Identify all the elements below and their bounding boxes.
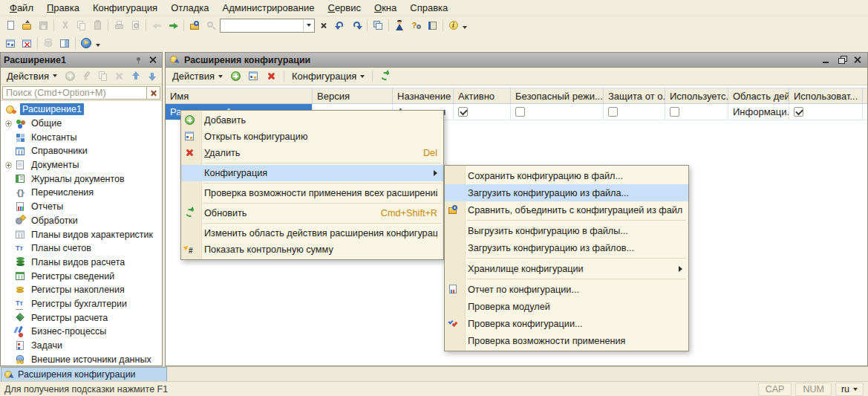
actions-dropdown[interactable]: Действия <box>169 69 226 83</box>
tree-item[interactable]: Общие <box>1 117 162 131</box>
clear-tree-search-button[interactable] <box>147 86 160 100</box>
start-debugging-button[interactable] <box>78 36 94 51</box>
print-preview-button[interactable] <box>127 18 143 33</box>
tree-item[interactable]: Журналы документов <box>1 172 162 186</box>
split-window-button[interactable] <box>56 36 73 51</box>
menubar-item[interactable]: Конфигурация <box>86 1 164 15</box>
tree-search-input[interactable] <box>2 86 147 100</box>
print-button[interactable] <box>111 18 127 33</box>
tree-item[interactable]: Планы счетов <box>1 241 162 256</box>
find-button[interactable] <box>203 18 219 33</box>
tree-item[interactable]: Расширение1 <box>1 103 162 117</box>
help-contents-button[interactable] <box>424 18 440 33</box>
menubar-item[interactable]: Сервис <box>322 1 368 15</box>
table-cell[interactable] <box>665 104 728 120</box>
menubar-item[interactable]: Правка <box>40 1 86 15</box>
syntax-assistant-button[interactable] <box>391 18 408 33</box>
menubar-item[interactable]: Файл <box>3 1 40 15</box>
menu-item[interactable]: Выгрузить конфигурацию в файлы... <box>445 222 688 239</box>
table-column-header[interactable]: Используетс... <box>665 88 728 103</box>
menubar-item[interactable]: Администрирование <box>216 1 322 15</box>
move-up-button[interactable] <box>128 68 144 84</box>
table-cell[interactable] <box>789 104 863 120</box>
delete-button[interactable] <box>111 68 128 84</box>
tree-item[interactable]: Задачи <box>1 339 162 353</box>
search-dropdown-button[interactable] <box>303 19 314 32</box>
delete-extension-button[interactable] <box>264 68 280 84</box>
menu-item[interactable]: Открыть конфигурацию <box>181 129 443 145</box>
go-forward-button[interactable] <box>348 18 365 33</box>
menu-item[interactable]: Отчет по конфигурации... <box>445 281 688 298</box>
undo-button[interactable] <box>149 18 165 33</box>
menu-item[interactable]: Проверка возможности применения <box>445 332 688 349</box>
menubar-item[interactable]: Отладка <box>164 1 215 15</box>
restore-button[interactable] <box>836 54 848 65</box>
menu-item[interactable]: Проверка модулей <box>445 298 688 315</box>
table-column-header[interactable]: Назначение <box>393 88 454 103</box>
cell-checkbox[interactable] <box>794 107 803 117</box>
tree-item[interactable]: Бизнес-процессы <box>1 325 162 339</box>
cell-checkbox[interactable] <box>608 107 618 117</box>
tree-item[interactable]: Внешние источники данных <box>1 352 162 366</box>
add-extension-button[interactable] <box>228 68 244 84</box>
table-column-header[interactable]: Безопасный режи... <box>511 88 604 103</box>
move-down-button[interactable] <box>144 68 160 84</box>
menu-item[interactable]: Проверка конфигурации... <box>445 315 688 332</box>
menubar-item[interactable]: Окна <box>368 1 403 15</box>
paste-button[interactable] <box>89 18 105 33</box>
tree-item[interactable]: Регистры накопления <box>1 283 162 297</box>
database-button[interactable] <box>40 36 56 51</box>
menu-item[interactable]: Удалить Del <box>181 145 443 161</box>
windows-button[interactable] <box>370 18 386 33</box>
tree-item[interactable]: Константы <box>1 130 162 144</box>
menu-item[interactable]: Показать контрольную сумму <box>181 241 443 258</box>
tree-item[interactable]: Перечисления <box>1 186 162 200</box>
table-column-header[interactable]: Область дей... <box>728 88 789 103</box>
tree-item[interactable]: Регистры сведений <box>1 269 162 283</box>
minimize-button[interactable] <box>820 54 832 65</box>
configuration-dropdown[interactable]: Конфигурация <box>288 69 368 83</box>
toolbar-search-input[interactable] <box>221 20 303 31</box>
about-dropdown-caret[interactable] <box>463 26 467 29</box>
table-column-header[interactable]: Имя <box>166 88 313 103</box>
tree-item[interactable]: Планы видов расчета <box>1 256 162 270</box>
expand-icon[interactable] <box>5 162 12 169</box>
redo-button[interactable] <box>165 18 181 33</box>
window-close-button[interactable] <box>852 54 864 65</box>
language-selector[interactable]: ru <box>835 383 864 396</box>
tree-item[interactable]: Отчеты <box>1 200 162 214</box>
menu-item[interactable]: Проверка возможности применения всех рас… <box>181 185 443 201</box>
clone-button[interactable] <box>95 68 111 84</box>
open-configuration-button[interactable] <box>246 68 262 84</box>
menu-item[interactable]: Изменить область действия расширения кон… <box>181 225 443 241</box>
table-cell[interactable] <box>454 104 511 120</box>
menu-item[interactable]: Добавить <box>181 112 443 129</box>
tree-item[interactable]: Справочники <box>1 144 162 158</box>
menu-item[interactable]: Сохранить конфигурацию в файл... <box>445 167 688 184</box>
tree-item[interactable]: Планы видов характеристик <box>1 227 162 241</box>
tree-item[interactable]: Обработки <box>1 214 162 228</box>
pin-button[interactable] <box>132 54 144 65</box>
table-column-header[interactable]: Защита от о... <box>604 88 665 103</box>
tree-item[interactable]: Регистры расчета <box>1 311 162 325</box>
new-document-button[interactable] <box>2 18 19 33</box>
table-column-header[interactable]: Версия <box>313 88 393 103</box>
cell-checkbox[interactable] <box>670 107 679 117</box>
help-search-button[interactable] <box>408 18 424 33</box>
tab-extensions[interactable]: Расширения конфигурации <box>1 367 167 381</box>
menu-item[interactable]: Конфигурация <box>181 165 443 181</box>
close-configuration-button[interactable] <box>19 36 35 51</box>
menu-item[interactable]: Загрузить конфигурацию из файлов... <box>445 239 688 256</box>
refresh-button[interactable] <box>376 68 393 84</box>
menu-item[interactable]: Загрузить конфигурацию из файла... <box>445 184 688 201</box>
menu-item[interactable]: Сравнить, объединить с конфигурацией из … <box>445 201 688 218</box>
global-search-button[interactable] <box>186 18 203 33</box>
panel-close-button[interactable] <box>147 54 159 65</box>
copy-button[interactable] <box>73 18 89 33</box>
go-back-button[interactable] <box>332 18 348 33</box>
table-cell[interactable] <box>604 104 665 120</box>
tree-item[interactable]: Регистры бухгалтерии <box>1 297 162 311</box>
open-configuration-button[interactable] <box>2 36 19 51</box>
about-button[interactable] <box>446 18 462 33</box>
cell-checkbox[interactable] <box>458 107 468 117</box>
